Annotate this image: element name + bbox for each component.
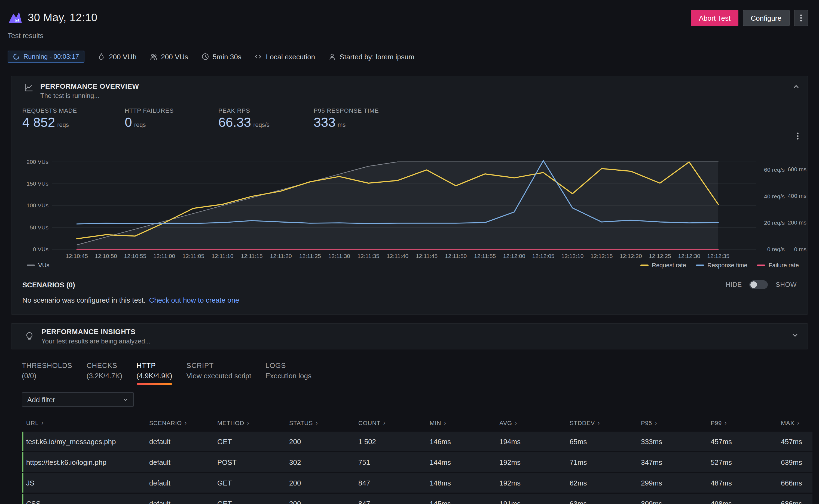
- overview-subtitle: The test is running...: [40, 92, 139, 100]
- column-header-stddev[interactable]: STDDEV›: [570, 419, 641, 427]
- configure-button[interactable]: Configure: [743, 10, 790, 26]
- overview-stats: REQUESTS MADE4 852reqsHTTP FAILURES0reqs…: [11, 100, 808, 130]
- insights-subtitle: Your test results are being analyzed...: [41, 337, 151, 345]
- svg-text:12:10:55: 12:10:55: [124, 253, 146, 259]
- svg-text:12:11:20: 12:11:20: [270, 253, 292, 259]
- stat-value: 0: [125, 115, 132, 130]
- performance-chart[interactable]: 0 VUs50 VUs100 VUs150 VUs200 VUs0 req/s2…: [11, 143, 809, 261]
- svg-text:600 ms: 600 ms: [788, 166, 806, 172]
- column-header-url[interactable]: URL›: [26, 419, 149, 427]
- legend-failure-rate[interactable]: Failure rate: [757, 262, 799, 268]
- svg-text:k6: k6: [15, 19, 20, 23]
- k6-logo: k6: [8, 10, 23, 25]
- stat-label: PEAK RPS: [218, 107, 314, 114]
- svg-text:200 ms: 200 ms: [788, 219, 806, 226]
- users-icon: [149, 53, 157, 60]
- kebab-menu-button[interactable]: [794, 10, 808, 26]
- show-label: SHOW: [776, 281, 797, 288]
- line-chart-icon: [24, 83, 33, 100]
- svg-text:12:11:40: 12:11:40: [386, 253, 408, 259]
- user-icon: [328, 53, 336, 60]
- svg-text:12:11:35: 12:11:35: [357, 253, 379, 259]
- stat-unit: reqs/s: [253, 121, 269, 128]
- column-header-scenario[interactable]: SCENARIO›: [149, 419, 217, 427]
- create-scenario-link[interactable]: Check out how to create one: [149, 296, 239, 304]
- svg-text:12:11:30: 12:11:30: [328, 253, 350, 259]
- scenarios-hide-show-toggle[interactable]: [750, 280, 768, 289]
- column-header-status[interactable]: STATUS›: [289, 419, 358, 427]
- filter-label: Add filter: [27, 395, 55, 404]
- stat-unit: reqs: [134, 121, 146, 128]
- svg-text:50 VUs: 50 VUs: [30, 224, 48, 231]
- column-header-avg[interactable]: AVG›: [499, 419, 570, 427]
- svg-text:12:11:05: 12:11:05: [182, 253, 204, 259]
- stat-label: P95 RESPONSE TIME: [314, 107, 477, 114]
- stat-label: HTTP FAILURES: [125, 107, 218, 114]
- svg-text:0 ms: 0 ms: [794, 246, 806, 252]
- running-status-badge: Running - 00:03:17: [8, 51, 84, 63]
- k6-test-results-page: k6 30 May, 12:10 Abort Test Configure Te…: [0, 0, 819, 504]
- svg-text:0 req/s: 0 req/s: [767, 246, 785, 252]
- table-body: test.k6.io/my_messages.phpdefaultGET2001…: [22, 432, 812, 504]
- abort-test-button[interactable]: Abort Test: [691, 10, 738, 26]
- svg-text:12:11:55: 12:11:55: [474, 253, 496, 259]
- sort-chevron-icon: ›: [725, 419, 727, 427]
- table-row[interactable]: https://test.k6.io/login.phpdefaultPOST3…: [22, 452, 812, 472]
- sort-chevron-icon: ›: [797, 419, 800, 427]
- column-header-count[interactable]: COUNT›: [358, 419, 430, 427]
- overview-header: PERFORMANCE OVERVIEW The test is running…: [11, 76, 808, 100]
- stat-unit: reqs: [57, 121, 69, 128]
- expand-chevron-down-icon[interactable]: [791, 331, 799, 341]
- svg-text:150 VUs: 150 VUs: [26, 180, 48, 187]
- insights-title: PERFORMANCE INSIGHTS: [41, 328, 151, 336]
- page-subtitle: Test results: [8, 32, 819, 40]
- svg-text:12:12:15: 12:12:15: [591, 253, 613, 259]
- sort-chevron-icon: ›: [315, 419, 318, 427]
- sort-chevron-icon: ›: [515, 419, 517, 427]
- column-header-p99[interactable]: P99›: [711, 419, 781, 427]
- tab-script[interactable]: SCRIPTView executed script: [186, 361, 251, 385]
- divider: [83, 284, 718, 285]
- column-header-method[interactable]: METHOD›: [217, 419, 289, 427]
- table-row[interactable]: test.k6.io/my_messages.phpdefaultGET2001…: [22, 432, 812, 451]
- svg-text:12:12:25: 12:12:25: [649, 253, 671, 259]
- tab-http[interactable]: HTTP(4.9K/4.9K): [136, 361, 172, 385]
- lightbulb-icon: [24, 331, 34, 341]
- sort-chevron-icon: ›: [185, 419, 187, 427]
- code-icon: [254, 53, 262, 60]
- table-row[interactable]: CSSdefaultGET200847145ms191ms63ms309ms49…: [22, 494, 812, 504]
- stat-3: P95 RESPONSE TIME333ms: [314, 107, 477, 130]
- stat-0: REQUESTS MADE4 852reqs: [22, 107, 125, 130]
- legend-response-time[interactable]: Response time: [696, 262, 747, 268]
- spinner-icon: [13, 53, 20, 60]
- chart-legend: VUs Request rateResponse timeFailure rat…: [11, 261, 808, 268]
- svg-text:12:12:00: 12:12:00: [503, 253, 526, 259]
- legend-vus[interactable]: VUs: [27, 262, 50, 268]
- legend-right: Request rateResponse timeFailure rate: [640, 262, 799, 268]
- tab-checks[interactable]: CHECKS(3.2K/4.7K): [87, 361, 122, 385]
- stat-value: 4 852: [22, 115, 55, 130]
- svg-text:12:11:00: 12:11:00: [153, 253, 175, 259]
- column-header-max[interactable]: MAX›: [781, 419, 812, 427]
- svg-text:400 ms: 400 ms: [788, 193, 806, 199]
- legend-request-rate[interactable]: Request rate: [640, 262, 686, 268]
- add-filter-dropdown[interactable]: Add filter: [22, 392, 134, 407]
- svg-text:12:11:50: 12:11:50: [445, 253, 467, 259]
- flame-icon: [97, 53, 105, 60]
- collapse-chevron-up-icon[interactable]: [792, 83, 800, 93]
- tab-thresholds[interactable]: THRESHOLDS(0/0): [22, 361, 72, 385]
- column-header-p95[interactable]: P95›: [641, 419, 711, 427]
- column-header-min[interactable]: MIN›: [430, 419, 499, 427]
- sort-chevron-icon: ›: [655, 419, 657, 427]
- status-item: Local execution: [254, 53, 315, 61]
- sort-chevron-icon: ›: [247, 419, 249, 427]
- tab-logs[interactable]: LOGSExecution logs: [265, 361, 311, 385]
- status-items: 200 VUh200 VUs5min 30sLocal executionSta…: [97, 53, 415, 61]
- svg-text:60 req/s: 60 req/s: [764, 167, 785, 173]
- performance-overview-panel: PERFORMANCE OVERVIEW The test is running…: [11, 76, 808, 315]
- clock-icon: [201, 53, 209, 60]
- chart-kebab-menu[interactable]: [797, 132, 799, 142]
- table-row[interactable]: JSdefaultGET200847148ms192ms62ms299ms487…: [22, 473, 812, 493]
- performance-insights-panel: PERFORMANCE INSIGHTS Your test results a…: [11, 323, 808, 349]
- table-header: URL›SCENARIO›METHOD›STATUS›COUNT›MIN›AVG…: [22, 414, 812, 432]
